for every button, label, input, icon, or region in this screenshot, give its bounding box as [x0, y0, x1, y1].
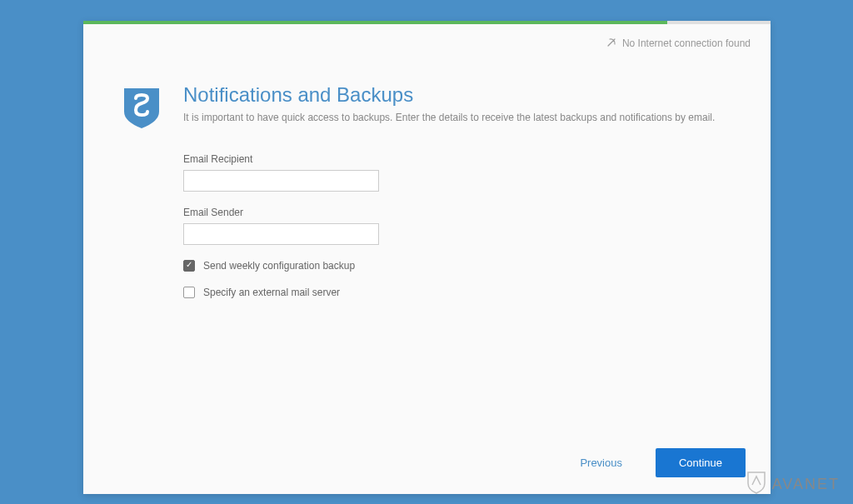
page-title: Notifications and Backups: [183, 83, 737, 107]
logo-column: [100, 83, 183, 313]
external-server-row: Specify an external mail server: [183, 287, 737, 298]
status-row: No Internet connection found: [83, 24, 771, 50]
weekly-backup-label: Send weekly configuration backup: [203, 260, 355, 272]
sender-label: Email Sender: [183, 207, 737, 218]
page-subtitle: It is important to have quick access to …: [183, 112, 737, 123]
sender-field-group: Email Sender: [183, 207, 737, 245]
previous-button[interactable]: Previous: [580, 457, 622, 469]
recipient-label: Email Recipient: [183, 153, 737, 165]
sophos-shield-icon: [122, 87, 161, 313]
recipient-field-group: Email Recipient: [183, 153, 737, 192]
main-column: Notifications and Backups It is importan…: [183, 83, 771, 313]
content-area: Notifications and Backups It is importan…: [83, 50, 771, 313]
recipient-input[interactable]: [183, 170, 379, 192]
footer-nav: Previous Continue: [580, 448, 746, 477]
external-server-checkbox[interactable]: [183, 287, 195, 298]
setup-window: No Internet connection found Notificatio…: [83, 21, 771, 494]
continue-button[interactable]: Continue: [656, 448, 746, 477]
avanet-shield-icon: [746, 470, 767, 499]
progress-bar: [83, 21, 771, 24]
weekly-backup-row: Send weekly configuration backup: [183, 260, 737, 272]
sender-input[interactable]: [183, 223, 379, 245]
watermark: AVANET: [746, 470, 840, 499]
weekly-backup-checkbox[interactable]: [183, 260, 195, 272]
external-server-label: Specify an external mail server: [203, 287, 340, 298]
progress-fill: [83, 21, 667, 24]
no-connection-icon: [606, 37, 616, 50]
watermark-text: AVANET: [772, 476, 840, 493]
status-text: No Internet connection found: [622, 37, 751, 49]
